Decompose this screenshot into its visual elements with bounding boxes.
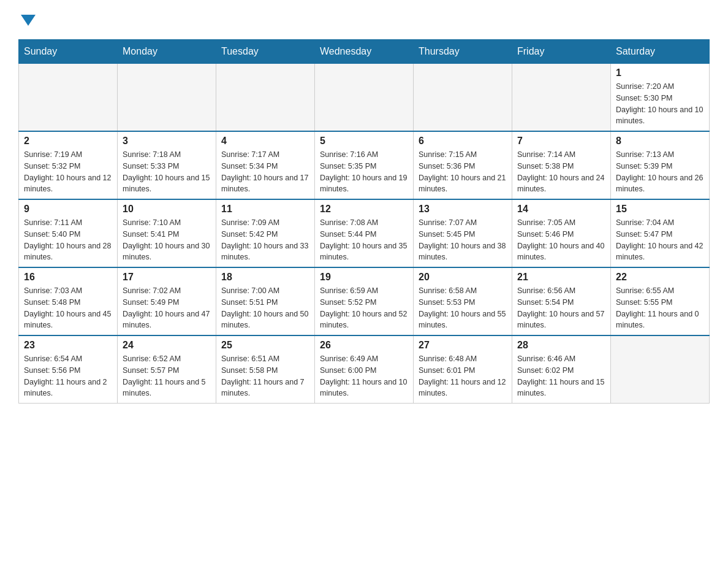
calendar-cell: 12Sunrise: 7:08 AMSunset: 5:44 PMDayligh… xyxy=(315,199,414,267)
day-info: Sunrise: 7:14 AMSunset: 5:38 PMDaylight:… xyxy=(517,149,605,195)
calendar-cell: 6Sunrise: 7:15 AMSunset: 5:36 PMDaylight… xyxy=(414,131,512,199)
day-number: 15 xyxy=(616,204,704,215)
day-number: 28 xyxy=(517,340,605,351)
day-info: Sunrise: 7:15 AMSunset: 5:36 PMDaylight:… xyxy=(419,149,507,195)
day-number: 14 xyxy=(517,204,605,215)
day-info: Sunrise: 7:16 AMSunset: 5:35 PMDaylight:… xyxy=(320,149,408,195)
day-number: 6 xyxy=(419,136,507,147)
calendar-week-row: 16Sunrise: 7:03 AMSunset: 5:48 PMDayligh… xyxy=(19,267,710,335)
day-info: Sunrise: 6:52 AMSunset: 5:57 PMDaylight:… xyxy=(123,353,211,399)
calendar-cell: 3Sunrise: 7:18 AMSunset: 5:33 PMDaylight… xyxy=(118,131,216,199)
calendar-cell: 5Sunrise: 7:16 AMSunset: 5:35 PMDaylight… xyxy=(315,131,414,199)
day-number: 17 xyxy=(123,272,211,283)
calendar-cell: 15Sunrise: 7:04 AMSunset: 5:47 PMDayligh… xyxy=(611,199,710,267)
calendar-cell: 4Sunrise: 7:17 AMSunset: 5:34 PMDaylight… xyxy=(216,131,315,199)
calendar-cell xyxy=(315,64,414,132)
day-info: Sunrise: 7:18 AMSunset: 5:33 PMDaylight:… xyxy=(123,149,211,195)
day-number: 25 xyxy=(221,340,309,351)
day-info: Sunrise: 7:20 AMSunset: 5:30 PMDaylight:… xyxy=(616,81,704,127)
day-number: 5 xyxy=(320,136,408,147)
calendar-cell xyxy=(118,64,216,132)
calendar-cell: 26Sunrise: 6:49 AMSunset: 6:00 PMDayligh… xyxy=(315,335,414,404)
day-info: Sunrise: 7:11 AMSunset: 5:40 PMDaylight:… xyxy=(24,217,112,263)
calendar-cell: 28Sunrise: 6:46 AMSunset: 6:02 PMDayligh… xyxy=(512,335,611,404)
day-info: Sunrise: 7:08 AMSunset: 5:44 PMDaylight:… xyxy=(320,217,408,263)
day-info: Sunrise: 6:51 AMSunset: 5:58 PMDaylight:… xyxy=(221,353,309,399)
calendar-cell: 7Sunrise: 7:14 AMSunset: 5:38 PMDaylight… xyxy=(512,131,611,199)
calendar-cell: 10Sunrise: 7:10 AMSunset: 5:41 PMDayligh… xyxy=(118,199,216,267)
calendar-cell: 11Sunrise: 7:09 AMSunset: 5:42 PMDayligh… xyxy=(216,199,315,267)
calendar-cell: 21Sunrise: 6:56 AMSunset: 5:54 PMDayligh… xyxy=(512,267,611,335)
day-number: 12 xyxy=(320,204,408,215)
calendar-cell: 27Sunrise: 6:48 AMSunset: 6:01 PMDayligh… xyxy=(414,335,512,404)
calendar-week-row: 9Sunrise: 7:11 AMSunset: 5:40 PMDaylight… xyxy=(19,199,710,267)
calendar-cell xyxy=(216,64,315,132)
day-number: 22 xyxy=(616,272,704,283)
calendar-cell xyxy=(414,64,512,132)
day-number: 8 xyxy=(616,136,704,147)
day-info: Sunrise: 7:00 AMSunset: 5:51 PMDaylight:… xyxy=(221,285,309,331)
day-info: Sunrise: 6:49 AMSunset: 6:00 PMDaylight:… xyxy=(320,353,408,399)
day-info: Sunrise: 6:46 AMSunset: 6:02 PMDaylight:… xyxy=(517,353,605,399)
calendar-cell: 13Sunrise: 7:07 AMSunset: 5:45 PMDayligh… xyxy=(414,199,512,267)
weekday-header-friday: Friday xyxy=(512,40,611,64)
day-info: Sunrise: 7:05 AMSunset: 5:46 PMDaylight:… xyxy=(517,217,605,263)
calendar-week-row: 23Sunrise: 6:54 AMSunset: 5:56 PMDayligh… xyxy=(19,335,710,404)
day-info: Sunrise: 7:03 AMSunset: 5:48 PMDaylight:… xyxy=(24,285,112,331)
calendar-cell: 16Sunrise: 7:03 AMSunset: 5:48 PMDayligh… xyxy=(19,267,118,335)
day-info: Sunrise: 7:04 AMSunset: 5:47 PMDaylight:… xyxy=(616,217,704,263)
day-number: 9 xyxy=(24,204,112,215)
day-info: Sunrise: 7:10 AMSunset: 5:41 PMDaylight:… xyxy=(123,217,211,263)
calendar-cell: 2Sunrise: 7:19 AMSunset: 5:32 PMDaylight… xyxy=(19,131,118,199)
day-number: 13 xyxy=(419,204,507,215)
calendar-cell xyxy=(512,64,611,132)
day-info: Sunrise: 6:59 AMSunset: 5:52 PMDaylight:… xyxy=(320,285,408,331)
calendar-cell: 1Sunrise: 7:20 AMSunset: 5:30 PMDaylight… xyxy=(611,64,710,132)
day-info: Sunrise: 7:02 AMSunset: 5:49 PMDaylight:… xyxy=(123,285,211,331)
calendar-week-row: 2Sunrise: 7:19 AMSunset: 5:32 PMDaylight… xyxy=(19,131,710,199)
calendar-cell: 8Sunrise: 7:13 AMSunset: 5:39 PMDaylight… xyxy=(611,131,710,199)
day-number: 11 xyxy=(221,204,309,215)
calendar-table: SundayMondayTuesdayWednesdayThursdayFrid… xyxy=(18,39,710,404)
calendar-cell: 14Sunrise: 7:05 AMSunset: 5:46 PMDayligh… xyxy=(512,199,611,267)
day-number: 19 xyxy=(320,272,408,283)
logo-arrow-icon xyxy=(21,15,36,26)
calendar-cell: 9Sunrise: 7:11 AMSunset: 5:40 PMDaylight… xyxy=(19,199,118,267)
logo xyxy=(18,12,36,27)
calendar-cell xyxy=(611,335,710,404)
weekday-header-thursday: Thursday xyxy=(414,40,512,64)
day-number: 7 xyxy=(517,136,605,147)
weekday-header-monday: Monday xyxy=(118,40,216,64)
day-info: Sunrise: 7:07 AMSunset: 5:45 PMDaylight:… xyxy=(419,217,507,263)
weekday-header-wednesday: Wednesday xyxy=(315,40,414,64)
calendar-cell: 24Sunrise: 6:52 AMSunset: 5:57 PMDayligh… xyxy=(118,335,216,404)
calendar-cell: 20Sunrise: 6:58 AMSunset: 5:53 PMDayligh… xyxy=(414,267,512,335)
weekday-header-saturday: Saturday xyxy=(611,40,710,64)
calendar-cell: 19Sunrise: 6:59 AMSunset: 5:52 PMDayligh… xyxy=(315,267,414,335)
calendar-cell xyxy=(19,64,118,132)
day-number: 23 xyxy=(24,340,112,351)
day-number: 3 xyxy=(123,136,211,147)
day-number: 26 xyxy=(320,340,408,351)
weekday-header-tuesday: Tuesday xyxy=(216,40,315,64)
day-info: Sunrise: 6:54 AMSunset: 5:56 PMDaylight:… xyxy=(24,353,112,399)
day-number: 27 xyxy=(419,340,507,351)
day-info: Sunrise: 6:48 AMSunset: 6:01 PMDaylight:… xyxy=(419,353,507,399)
day-number: 16 xyxy=(24,272,112,283)
calendar-week-row: 1Sunrise: 7:20 AMSunset: 5:30 PMDaylight… xyxy=(19,64,710,132)
day-info: Sunrise: 7:09 AMSunset: 5:42 PMDaylight:… xyxy=(221,217,309,263)
header xyxy=(18,12,710,27)
day-number: 20 xyxy=(419,272,507,283)
day-number: 2 xyxy=(24,136,112,147)
day-info: Sunrise: 6:55 AMSunset: 5:55 PMDaylight:… xyxy=(616,285,704,331)
calendar-cell: 23Sunrise: 6:54 AMSunset: 5:56 PMDayligh… xyxy=(19,335,118,404)
day-info: Sunrise: 7:19 AMSunset: 5:32 PMDaylight:… xyxy=(24,149,112,195)
calendar-cell: 18Sunrise: 7:00 AMSunset: 5:51 PMDayligh… xyxy=(216,267,315,335)
day-number: 1 xyxy=(616,67,704,79)
calendar-header-row: SundayMondayTuesdayWednesdayThursdayFrid… xyxy=(19,40,710,64)
weekday-header-sunday: Sunday xyxy=(19,40,118,64)
calendar-cell: 17Sunrise: 7:02 AMSunset: 5:49 PMDayligh… xyxy=(118,267,216,335)
day-number: 10 xyxy=(123,204,211,215)
day-number: 21 xyxy=(517,272,605,283)
calendar-cell: 22Sunrise: 6:55 AMSunset: 5:55 PMDayligh… xyxy=(611,267,710,335)
